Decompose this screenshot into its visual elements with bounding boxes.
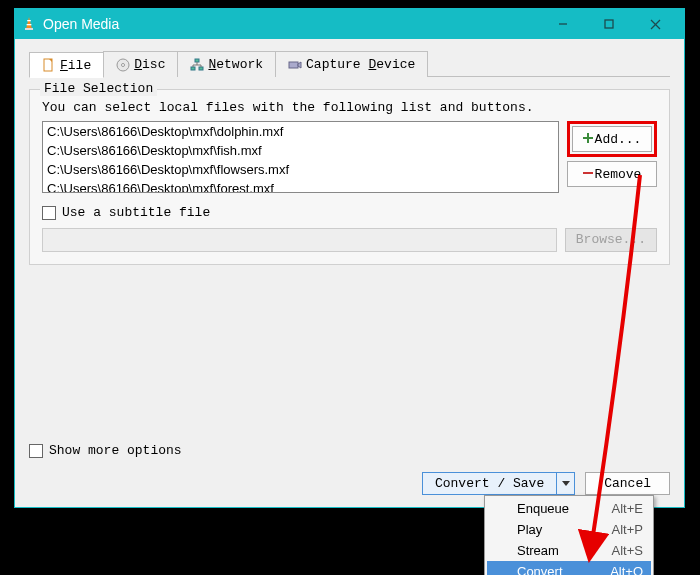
add-button-highlight: Add...	[567, 121, 657, 157]
remove-button[interactable]: Remove	[567, 161, 657, 187]
list-item[interactable]: C:\Users\86166\Desktop\mxf\flowsers.mxf	[43, 160, 558, 179]
vlc-cone-icon	[21, 16, 37, 32]
instruction-text: You can select local files with the foll…	[42, 100, 657, 115]
menu-shortcut: Alt+E	[612, 501, 643, 516]
menu-shortcut: Alt+O	[610, 564, 643, 575]
plus-icon	[583, 132, 593, 147]
show-more-checkbox[interactable]	[29, 444, 43, 458]
svg-rect-3	[27, 24, 32, 25]
menu-item-play[interactable]: Play Alt+P	[487, 519, 651, 540]
network-icon	[190, 58, 204, 72]
list-item[interactable]: C:\Users\86166\Desktop\mxf\fish.mxf	[43, 141, 558, 160]
tab-file[interactable]: File	[29, 52, 104, 78]
convert-save-split-button[interactable]: Convert / Save	[422, 472, 575, 495]
menu-label: Convert	[517, 564, 563, 575]
svg-rect-13	[191, 67, 195, 70]
svg-rect-19	[289, 62, 298, 68]
svg-marker-24	[562, 481, 570, 486]
svg-point-11	[122, 63, 125, 66]
tab-disc[interactable]: Disc	[103, 51, 178, 77]
subtitle-label: Use a subtitle file	[62, 205, 210, 220]
list-item[interactable]: C:\Users\86166\Desktop\mxf\dolphin.mxf	[43, 122, 558, 141]
tab-network[interactable]: Network	[177, 51, 276, 77]
show-more-label: Show more options	[49, 443, 182, 458]
close-button[interactable]	[632, 9, 678, 39]
menu-item-enqueue[interactable]: Enqueue Alt+E	[487, 498, 651, 519]
tab-hotkey: D	[368, 57, 376, 72]
convert-save-dropdown-arrow[interactable]	[556, 473, 574, 494]
file-list[interactable]: C:\Users\86166\Desktop\mxf\dolphin.mxf C…	[42, 121, 559, 193]
button-label: Remove	[595, 167, 642, 182]
convert-save-dropdown-menu: Enqueue Alt+E Play Alt+P Stream Alt+S Co…	[484, 495, 654, 575]
svg-rect-5	[605, 20, 613, 28]
groupbox-title: File Selection	[40, 81, 157, 96]
file-selection-group: File Selection You can select local file…	[29, 89, 670, 265]
cancel-button[interactable]: Cancel	[585, 472, 670, 495]
menu-item-stream[interactable]: Stream Alt+S	[487, 540, 651, 561]
menu-label: Play	[517, 522, 542, 537]
subtitle-path-input	[42, 228, 557, 252]
svg-rect-1	[25, 28, 33, 30]
window-title: Open Media	[43, 16, 540, 32]
tab-hotkey: F	[60, 58, 68, 73]
menu-shortcut: Alt+P	[612, 522, 643, 537]
menu-shortcut: Alt+S	[612, 543, 643, 558]
svg-marker-0	[26, 17, 32, 29]
list-item[interactable]: C:\Users\86166\Desktop\mxf\forest.mxf	[43, 179, 558, 193]
menu-label: Enqueue	[517, 501, 569, 516]
browse-button: Browse...	[565, 228, 657, 252]
convert-save-button-main[interactable]: Convert / Save	[423, 473, 556, 494]
button-label: Add...	[595, 132, 642, 147]
menu-label: Stream	[517, 543, 559, 558]
maximize-button[interactable]	[586, 9, 632, 39]
minus-icon	[583, 167, 593, 182]
subtitle-checkbox[interactable]	[42, 206, 56, 220]
menu-item-convert[interactable]: Convert Alt+O	[487, 561, 651, 575]
capture-icon	[288, 58, 302, 72]
file-icon	[42, 58, 56, 72]
tab-hotkey: N	[208, 57, 216, 72]
disc-icon	[116, 58, 130, 72]
minimize-button[interactable]	[540, 9, 586, 39]
svg-rect-12	[195, 59, 199, 62]
add-button[interactable]: Add...	[572, 126, 652, 152]
tab-strip: File Disc Network Capture Device	[29, 51, 670, 77]
tab-capture-device[interactable]: Capture Device	[275, 51, 428, 77]
svg-rect-14	[199, 67, 203, 70]
svg-rect-2	[27, 20, 31, 21]
open-media-dialog: Open Media File Disc Network Capture Dev	[14, 8, 685, 508]
tab-hotkey: D	[134, 57, 142, 72]
titlebar[interactable]: Open Media	[15, 9, 684, 39]
